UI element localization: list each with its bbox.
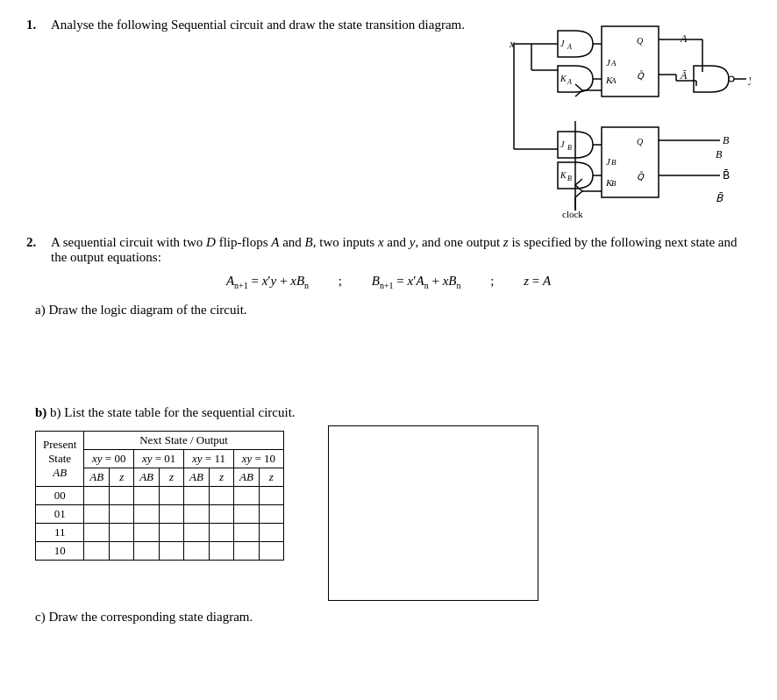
eq1: An+1 = x′y + xBn [226, 274, 309, 290]
cell-10-z4 [259, 542, 283, 561]
cell-11-ab1 [84, 524, 110, 542]
cell-10-ab4 [233, 542, 259, 561]
cell-11-ab2 [134, 524, 160, 542]
col-xy11: xy = 11 [184, 450, 234, 468]
svg-text:A: A [610, 76, 617, 85]
sub-col-z4: z [259, 468, 283, 487]
svg-text:clock: clock [562, 209, 583, 219]
cell-00-z3 [209, 487, 233, 505]
svg-text:B̄: B̄ [723, 169, 730, 182]
sub-col-z1: z [110, 468, 134, 487]
sub-col-ab2: AB [134, 468, 160, 487]
table-row: 11 [36, 524, 284, 542]
cell-10-z3 [209, 542, 233, 561]
cell-00-ab4 [233, 487, 259, 505]
sub-col-z3: z [209, 468, 233, 487]
table-row: 10 [36, 542, 284, 561]
q2-number: 2. [26, 235, 51, 265]
cell-11-z1 [110, 524, 134, 542]
cell-00-z2 [160, 487, 184, 505]
cell-00-z1 [110, 487, 134, 505]
equations-block: An+1 = x′y + xBn ; Bn+1 = x′An + xBn ; z… [26, 274, 751, 290]
cell-01-ab2 [134, 505, 160, 524]
cell-11-ab4 [233, 524, 259, 542]
svg-text:A: A [567, 43, 572, 51]
sub-col-ab4: AB [233, 468, 259, 487]
cell-00-ab2 [134, 487, 160, 505]
cell-11-z2 [160, 524, 184, 542]
svg-text:K: K [560, 74, 567, 83]
cell-00-ab1 [84, 487, 110, 505]
table-row: 00 [36, 487, 284, 505]
svg-text:B: B [611, 179, 617, 188]
cell-11-z4 [259, 524, 283, 542]
eq-separator-2: ; [490, 274, 494, 288]
cell-10-z1 [110, 542, 134, 561]
svg-text:Ā: Ā [680, 69, 688, 82]
svg-text:y: y [747, 72, 751, 85]
cell-10-ab2 [134, 542, 160, 561]
svg-text:J: J [560, 139, 565, 149]
cell-11-ab3 [184, 524, 210, 542]
cell-01-z4 [259, 505, 283, 524]
q1-body: Analyse the following Sequential circuit… [51, 18, 751, 219]
state-table: PresentStateAB Next State / Output xy = … [35, 431, 284, 561]
q1-label: Analyse the following Sequential circuit… [51, 18, 465, 32]
question-1: 1. Analyse the following Sequential circ… [26, 18, 751, 219]
svg-text:B̄: B̄ [716, 192, 724, 204]
eq2: Bn+1 = x′An + xBn [372, 274, 461, 290]
cell-10-ab3 [184, 542, 210, 561]
eq-separator-1: ; [339, 274, 342, 288]
svg-point-39 [729, 76, 734, 82]
svg-text:Q̄: Q̄ [637, 171, 645, 182]
sub-col-ab1: AB [84, 468, 110, 487]
col-xy01: xy = 01 [134, 450, 184, 468]
cell-01-ab4 [233, 505, 259, 524]
circuit-diagram: x J A K A J A Q Q̄ K [505, 18, 751, 219]
sub-col-z2: z [160, 468, 184, 487]
svg-text:Q̄: Q̄ [637, 70, 645, 81]
part-b-strong: b) [35, 405, 46, 419]
svg-text:A: A [680, 32, 688, 45]
svg-text:K: K [560, 170, 567, 180]
cell-10-z2 [160, 542, 184, 561]
svg-text:B: B [716, 148, 723, 161]
col-xy00: xy = 00 [84, 450, 134, 468]
part-c: c) Draw the corresponding state diagram. [35, 610, 751, 625]
part-a: a) Draw the logic diagram of the circuit… [35, 303, 751, 318]
cell-01-ab1 [84, 505, 110, 524]
cell-00-z4 [259, 487, 283, 505]
svg-text:Q: Q [637, 36, 644, 46]
sub-col-ab3: AB [184, 468, 210, 487]
part-b-text: b) List the state table for the sequenti… [50, 405, 296, 419]
part-c-label: c) Draw the corresponding state diagram. [35, 610, 253, 624]
cell-11-z3 [209, 524, 233, 542]
svg-text:A: A [567, 78, 572, 86]
q1-text: Analyse the following Sequential circuit… [51, 18, 488, 219]
cell-01-z1 [110, 505, 134, 524]
part-b-label: b) b) List the state table for the seque… [35, 405, 751, 420]
q2-header: 2. A sequential circuit with two D flip-… [26, 235, 751, 265]
circuit-svg: x J A K A J A Q Q̄ K [505, 18, 751, 219]
present-state-label: PresentStateAB [43, 438, 76, 479]
q1-content: Analyse the following Sequential circuit… [51, 18, 751, 219]
cell-10-ab1 [84, 542, 110, 561]
next-state-header: Next State / Output [84, 432, 284, 450]
q2-intro: A sequential circuit with two D flip-flo… [51, 235, 737, 264]
svg-text:A: A [610, 59, 617, 68]
cell-01-z3 [209, 505, 233, 524]
state-11: 11 [36, 524, 84, 542]
q1-number: 1. [26, 18, 51, 219]
svg-text:B: B [567, 144, 572, 152]
q2-text-block: A sequential circuit with two D flip-flo… [51, 235, 751, 265]
svg-text:Q: Q [637, 137, 644, 146]
svg-text:B: B [567, 175, 572, 182]
cell-01-ab3 [184, 505, 210, 524]
col-xy10: xy = 10 [233, 450, 283, 468]
svg-text:B: B [723, 134, 730, 146]
state-diagram-placeholder [328, 425, 538, 601]
table-row: 01 [36, 505, 284, 524]
state-10: 10 [36, 542, 84, 561]
part-b-content: PresentStateAB Next State / Output xy = … [35, 425, 751, 601]
state-01: 01 [36, 505, 84, 524]
